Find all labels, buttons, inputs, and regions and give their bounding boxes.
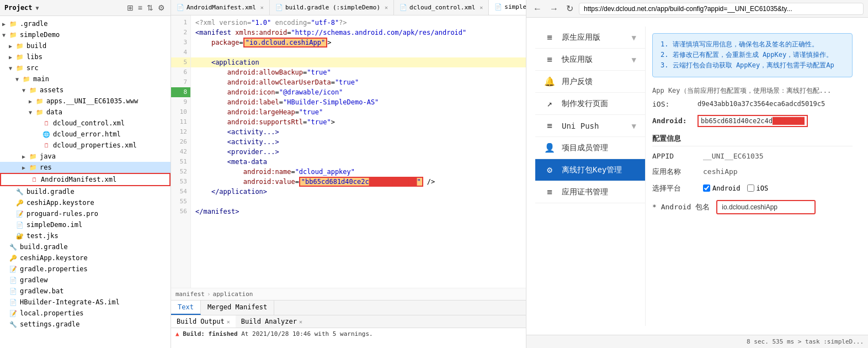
tree-item-java[interactable]: ▶📁java [0, 151, 171, 162]
menu-unipush[interactable]: ≡ Uni Push ▼ [535, 115, 645, 137]
xml-file-icon: 🗒 [42, 119, 51, 128]
code-editor-wrapper: 1 2 3 4 5 6 7 8 9 10 11 12 26 42 51 52 5 [171, 15, 526, 315]
tree-item-build_gradle_app[interactable]: 🔧build.gradle [0, 186, 171, 197]
tree-item-local_properties[interactable]: 📝local.properties [0, 308, 171, 319]
menu-native[interactable]: ≡ 原生应用版 ▼ [535, 27, 645, 49]
menu-members[interactable]: 👤 项目成员管理 [535, 137, 645, 159]
line-num-10: 10 [171, 107, 190, 117]
tree-item-HBuilder_iml[interactable]: 📄HBuilder-Integrate-AS.iml [0, 297, 171, 308]
platform-row: 选择平台 Android iOS [652, 183, 853, 193]
ios-checkbox-label[interactable]: iOS [747, 184, 769, 192]
folder-icon: 📁 [29, 152, 38, 161]
android-checkbox[interactable] [703, 184, 710, 192]
tree-arrow: ▶ [2, 21, 9, 27]
tab-androidmanifest-close[interactable]: ✕ [260, 4, 264, 10]
menu-unipush-arrow: ▼ [632, 122, 636, 130]
package-row: * Android 包名 [652, 200, 853, 214]
sidebar-icon-1[interactable]: ⊞ [126, 2, 135, 13]
code-line-42: <provider...> [191, 147, 526, 157]
appid-label: APPID [652, 152, 696, 160]
tree-item-gradle_properties[interactable]: 📝gradle.properties [0, 263, 171, 275]
tree-item-ceshiApp_keystore2[interactable]: 🔑ceshiApp.keystore [0, 252, 171, 263]
tree-item-data[interactable]: ▼📁data [0, 107, 171, 118]
tree-item-simpleDemo[interactable]: ▼📁simpleDemo [0, 29, 171, 40]
tab-build-gradle[interactable]: 📄 build.gradle (:simpleDemo) ✕ [270, 0, 394, 15]
ios-checkbox[interactable] [747, 184, 754, 192]
tree-item-dcloud_properties[interactable]: 🗒dcloud_properties.xml [0, 140, 171, 151]
tree-item-label-src: src [26, 64, 39, 72]
browser-refresh-button[interactable]: ↻ [564, 2, 576, 15]
code-line-3: package="io.dcloud.ceshiApp"> [191, 38, 526, 48]
code-line-6: android:allowBackup="true" [191, 67, 526, 77]
tree-item-build[interactable]: ▶📁build [0, 40, 171, 51]
tab-build-gradle-close[interactable]: ✕ [385, 4, 388, 10]
menu-offline-key[interactable]: ⚙ 离线打包Key管理 [535, 159, 645, 181]
tab-merged-manifest[interactable]: Merged Manifest [201, 300, 274, 315]
android-checkbox-label[interactable]: Android [703, 184, 741, 192]
tree-item-gradle[interactable]: ▶📁.gradle [0, 18, 171, 29]
sidebar-dropdown-icon[interactable]: ▼ [36, 5, 39, 11]
tree-item-test_jks[interactable]: 🔐test.jks [0, 230, 171, 241]
menu-quick-arrow: ▼ [632, 55, 636, 64]
tree-item-dcloud_error[interactable]: 🌐dcloud_error.html [0, 129, 171, 140]
tree-item-ceshiApp_keystore[interactable]: 🔑ceshiApp.keystore [0, 197, 171, 208]
package-input[interactable] [716, 200, 816, 214]
build-analyzer-tab[interactable]: Build Analyzer ✕ [236, 315, 308, 328]
browser-address-bar[interactable] [579, 3, 864, 15]
sidebar-icon-3[interactable]: ⇅ [146, 2, 155, 13]
tree-item-assets[interactable]: ▼📁assets [0, 85, 171, 96]
line-num-3: 3 [171, 38, 190, 48]
sidebar-title: Project [4, 4, 33, 12]
tab-dcloud-control[interactable]: 📄 dcloud_control.xml ✕ [394, 0, 489, 15]
menu-members-label: 项目成员管理 [562, 143, 608, 153]
html-file-icon: 🌐 [42, 130, 51, 139]
tree-item-gradlew_bat[interactable]: 📄gradlew.bat [0, 286, 171, 297]
tree-item-build_gradle[interactable]: 🔧build.gradle [0, 241, 171, 252]
tab-text[interactable]: Text [171, 300, 201, 315]
tree-item-AndroidManifest[interactable]: 🗒AndroidManifest.xml [0, 173, 171, 186]
sidebar-icon-2[interactable]: ≡ [137, 2, 143, 13]
code-content[interactable]: <?xml version="1.0" encoding="utf-8"?> <… [191, 15, 526, 288]
browser-back-button[interactable]: ← [531, 3, 544, 15]
tab-simpledemo[interactable]: 📄 simpleD... ✕ [489, 0, 526, 15]
menu-cert[interactable]: ≡ 应用证书管理 [535, 181, 645, 203]
tree-item-settings_gradle[interactable]: 🔧settings.gradle [0, 319, 171, 330]
line-num-9: 9 [171, 97, 190, 107]
folder-icon: 📁 [15, 52, 24, 61]
web-layout: ≡ 原生应用版 ▼ ≡ 快应用版 ▼ 🔔 用户反馈 [535, 27, 859, 326]
tree-item-gradlew[interactable]: 📄gradlew [0, 275, 171, 286]
menu-quick[interactable]: ≡ 快应用版 ▼ [535, 49, 645, 71]
tree-item-src[interactable]: ▼📁src [0, 62, 171, 73]
tree-item-libs[interactable]: ▶📁libs [0, 51, 171, 62]
code-line-55 [191, 197, 526, 207]
editor-area: 📄 AndroidManifest.xml ✕ 📄 build.gradle (… [171, 0, 526, 348]
sidebar-icon-4[interactable]: ⚙ [157, 2, 166, 13]
build-output-tab[interactable]: Build Output ✕ [171, 315, 236, 328]
line-num-42: 42 [171, 147, 190, 157]
tree-item-proguard[interactable]: 📝proguard-rules.pro [0, 208, 171, 219]
tab-dcloud-control-close[interactable]: ✕ [480, 4, 483, 10]
ios-value: d9e43abb10a37c3564eca6adcd5019c5 [697, 100, 825, 108]
build-output-close[interactable]: ✕ [227, 319, 230, 325]
ios-label: iOS: [652, 100, 691, 108]
tree-item-dcloud_control[interactable]: 🗒dcloud_control.xml [0, 118, 171, 129]
tab-androidmanifest[interactable]: 📄 AndroidManifest.xml ✕ [171, 0, 270, 15]
line-num-26: 26 [171, 137, 190, 147]
menu-feedback[interactable]: 🔔 用户反馈 [535, 71, 645, 93]
menu-publish[interactable]: ↗ 制作发行页面 [535, 93, 645, 115]
line-num-2: 2 [171, 28, 190, 38]
code-line-2: <manifest xmlns:android="http://schemas.… [191, 28, 526, 38]
tab-simpledemo-label: simpleD... [504, 3, 526, 10]
tree-item-label-gradle_properties: gradle.properties [20, 265, 88, 273]
browser-forward-button[interactable]: → [547, 3, 561, 15]
build-analyzer-close[interactable]: ✕ [299, 319, 302, 325]
tree-item-apps_uni[interactable]: ▶📁apps.__UNI__EC61035.www [0, 96, 171, 107]
tree-item-res[interactable]: ▶📁res [0, 162, 171, 173]
code-editor[interactable]: 1 2 3 4 5 6 7 8 9 10 11 12 26 42 51 52 5 [171, 15, 526, 288]
tree-item-simpleDemo_iml[interactable]: 📄simpleDemo.iml [0, 219, 171, 230]
tree-arrow: ▶ [9, 54, 15, 60]
breadcrumb-manifest: manifest [175, 291, 205, 298]
tree-item-main[interactable]: ▼📁main [0, 73, 171, 85]
tree-item-label-ceshiApp_keystore: ceshiApp.keystore [26, 199, 94, 207]
breadcrumb-sep-1: › [207, 291, 211, 298]
